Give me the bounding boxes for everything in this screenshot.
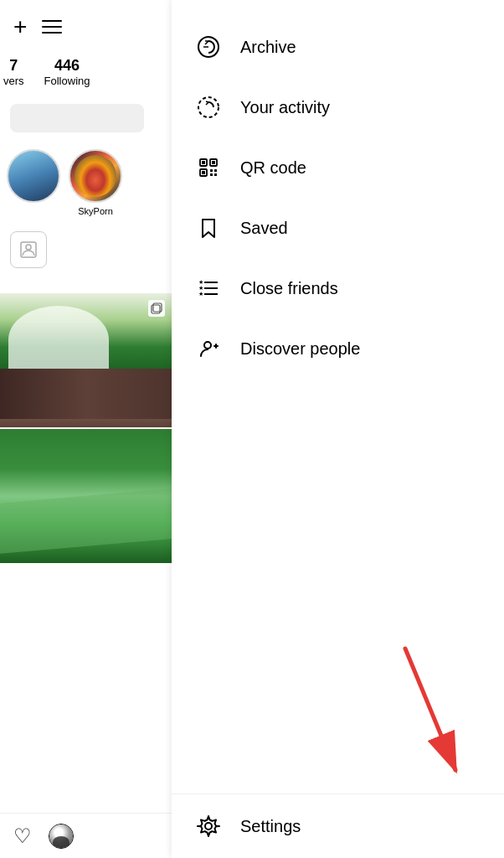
highlights-row: SkyPorn [0,141,172,225]
archive-label: Archive [240,38,296,57]
menu-item-your-activity[interactable]: Your activity [172,77,504,137]
discover-people-icon [195,335,222,362]
svg-text:★: ★ [198,291,203,297]
followers-count: 7 [9,57,18,75]
new-post-icon[interactable]: + [13,15,27,39]
svg-line-27 [405,649,455,770]
profile-avatar[interactable] [49,824,74,849]
qr-code-label: QR code [240,158,306,178]
photo-item-1[interactable] [0,293,172,427]
svg-point-23 [204,342,211,349]
settings-area: Settings [172,793,504,858]
your-activity-icon [195,94,222,121]
svg-rect-15 [210,173,213,176]
menu-icon[interactable] [42,20,62,34]
menu-list: Archive Your activity [172,0,504,379]
svg-rect-16 [214,173,217,176]
svg-point-28 [205,823,212,830]
menu-item-settings[interactable]: Settings [172,794,504,858]
menu-item-discover-people[interactable]: Discover people [172,318,504,379]
avatar-image [49,824,73,848]
discover-people-label: Discover people [240,339,360,359]
highlight-circle [7,149,60,203]
settings-label: Settings [240,817,301,836]
close-friends-label: Close friends [240,279,338,298]
right-panel-menu: Archive Your activity [172,0,504,858]
svg-rect-8 [202,161,205,164]
menu-item-qr-code[interactable]: QR code [172,137,504,198]
svg-rect-10 [212,161,215,164]
following-stat[interactable]: 446 Following [44,57,90,87]
svg-text:★: ★ [198,285,203,291]
bottom-nav: ♡ [0,813,172,858]
top-bar: + [0,0,172,47]
saved-label: Saved [240,219,288,238]
svg-rect-12 [202,171,205,174]
svg-rect-13 [210,169,213,172]
red-arrow [380,640,481,791]
settings-icon [195,813,222,840]
photo-grid [0,293,172,565]
highlight-circle-sky [69,149,122,203]
menu-item-archive[interactable]: Archive [172,17,504,77]
following-count: 446 [54,57,80,75]
saved-icon [195,214,222,241]
your-activity-label: Your activity [240,98,330,117]
followers-stat[interactable]: 7 vers [3,57,24,87]
highlight-label-sky: SkyPorn [78,206,113,216]
search-bar[interactable] [10,104,144,132]
svg-point-1 [26,245,31,250]
profile-stats: 7 vers 446 Following [0,47,172,96]
svg-text:★: ★ [198,279,203,285]
svg-rect-14 [214,169,217,172]
archive-icon [195,34,222,60]
menu-item-saved[interactable]: Saved [172,198,504,258]
activity-icon[interactable]: ♡ [13,824,32,848]
profile-icon-area [0,225,172,275]
highlight-item[interactable] [7,149,60,216]
qr-code-icon [195,154,222,181]
menu-item-close-friends[interactable]: ★ ★ ★ Close friends [172,258,504,318]
close-friends-icon: ★ ★ ★ [195,275,222,302]
followers-label: vers [3,75,24,87]
profile-placeholder-icon[interactable] [10,231,47,268]
left-panel: + 7 vers 446 Following SkyPorn [0,0,172,858]
highlight-item-skyporn[interactable]: SkyPorn [69,149,122,216]
following-label: Following [44,75,90,87]
photo-item-2[interactable] [0,429,172,563]
svg-point-6 [198,97,219,117]
multipost-icon [148,300,165,317]
